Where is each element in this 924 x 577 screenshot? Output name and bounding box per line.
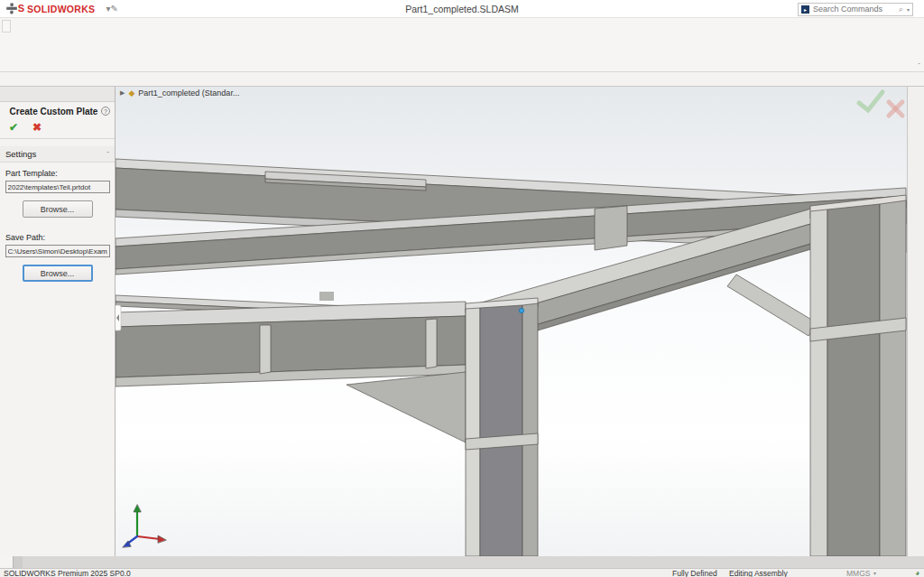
cancel-button[interactable]: ✖ (32, 121, 42, 134)
status-bar: SOLIDWORKS Premium 2025 SP0.0 Fully Defi… (0, 568, 924, 577)
chevron-up-icon: ˆ (106, 150, 109, 158)
document-title: Part1_completed.SLDASM (0, 4, 924, 14)
part-template-input[interactable] (5, 181, 110, 193)
pin-icon[interactable]: ▾✎ (106, 4, 117, 14)
dassault-logo-icon: ➗S (5, 3, 24, 14)
constraint-status-label: Fully Defined (672, 569, 717, 577)
center-column[interactable] (466, 298, 538, 556)
app-name: SOLIDWORKS (27, 4, 95, 14)
units-selector[interactable]: MMGS (846, 569, 870, 577)
title-bar: ➗S SOLIDWORKS ▾✎ Part1_completed.SLDASM … (0, 0, 924, 18)
steel-frame-model[interactable] (116, 87, 907, 556)
solidworks-logo: ➗S SOLIDWORKS (0, 3, 104, 14)
settings-section-header[interactable]: Settings ˆ (0, 146, 115, 163)
pane-splitter-box[interactable] (0, 556, 14, 568)
right-column[interactable] (810, 195, 906, 556)
globe-icon[interactable]: ◕ (915, 569, 919, 577)
magnifier-icon[interactable]: ⌕ (899, 5, 903, 14)
command-tab-row (0, 72, 924, 87)
panel-help-icon[interactable]: ? (101, 107, 110, 116)
product-version-label: SOLIDWORKS Premium 2025 SP0.0 (4, 569, 131, 577)
feature-tree-root[interactable]: ▶ ◆ Part1_completed (Standar... (120, 88, 239, 98)
ribbon: ˆ (0, 18, 924, 72)
save-path-input[interactable] (5, 245, 110, 257)
configuration-tab-bar (0, 556, 924, 568)
tab-nav-arrows (14, 556, 23, 568)
search-caret-icon[interactable]: ▾ (907, 6, 910, 13)
annotation-mini-toolbar (2, 20, 11, 33)
editing-mode-label: Editing Assembly (729, 569, 788, 577)
browse-template-button[interactable]: Browse... (23, 200, 93, 218)
part-template-label: Part Template: (0, 163, 115, 180)
collapse-ribbon-icon[interactable]: ˆ (918, 61, 920, 70)
save-path-label: Save Path: (0, 227, 115, 244)
cursor-point (519, 308, 523, 312)
panel-splitter-handle[interactable] (116, 305, 121, 330)
ok-button[interactable]: ✔ (9, 121, 18, 134)
feature-tree-root-label[interactable]: Part1_completed (Standar... (138, 88, 239, 98)
panel-title: Create Custom Plate ? (0, 102, 115, 119)
browse-save-path-button[interactable]: Browse... (23, 265, 93, 282)
assembly-icon: ◆ (128, 88, 134, 98)
task-pane-strip (907, 87, 924, 556)
units-caret-icon[interactable]: ▾ (873, 569, 876, 577)
settings-section-label: Settings (5, 149, 36, 159)
search-commands-box[interactable]: ▸ ⌕ ▾ (798, 3, 913, 16)
search-input[interactable] (813, 5, 895, 14)
graphics-viewport[interactable]: ▶ ◆ Part1_completed (Standar... (116, 87, 907, 556)
search-scope-icon[interactable]: ▸ (801, 5, 809, 14)
expand-arrow-icon[interactable]: ▶ (120, 89, 125, 97)
propertymanager-panel: Create Custom Plate ? ✔ ✖ Settings ˆ Par… (0, 87, 116, 556)
